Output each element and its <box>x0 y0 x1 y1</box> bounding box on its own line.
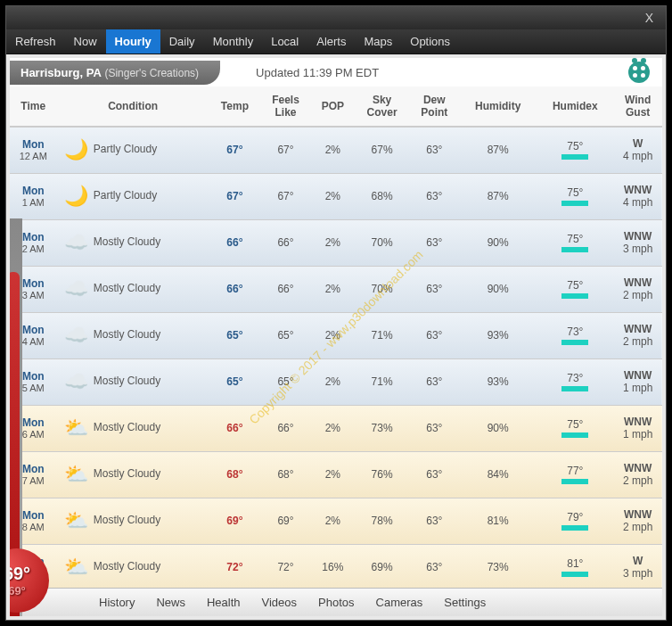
weather-icon: ☁️ <box>62 277 91 301</box>
forecast-row[interactable]: Mon1 AM🌙 Partly Cloudy67°67°2%68%63°87%7… <box>10 173 662 219</box>
col-time[interactable]: Time <box>10 86 57 127</box>
feels-cell: 66° <box>260 219 311 266</box>
ladybug-icon[interactable] <box>628 62 650 83</box>
condition-cell: 🌙 Partly Cloudy <box>57 127 209 173</box>
gust-cell: WNW3 mph <box>613 219 662 266</box>
close-button[interactable]: X <box>640 9 659 27</box>
col-dew-point[interactable]: DewPoint <box>409 86 459 127</box>
footer-videos[interactable]: Videos <box>262 596 298 609</box>
col-humidex[interactable]: Humidex <box>537 86 613 127</box>
weather-icon: ⛅ <box>62 556 91 579</box>
humidex-bar <box>561 154 588 160</box>
titlebar: X <box>6 6 666 29</box>
forecast-row[interactable]: Mon7 AM⛅ Mostly Cloudy68°68°2%76%63°84%7… <box>10 451 662 498</box>
condition-cell: ⛅ Mostly Cloudy <box>57 544 209 588</box>
weather-icon: 🌙 <box>62 185 91 208</box>
footer-cameras[interactable]: Cameras <box>376 596 423 609</box>
temp-cell: 66° <box>209 219 260 266</box>
feels-cell: 69° <box>260 498 311 544</box>
forecast-table: TimeConditionTempFeelsLikePOPSkyCoverDew… <box>10 86 662 588</box>
menu-daily[interactable]: Daily <box>160 29 204 54</box>
humidex-cell: 73° <box>537 358 613 405</box>
col-wind-gust[interactable]: WindGust <box>613 86 662 127</box>
pop-cell: 2% <box>311 173 355 219</box>
humidity-cell: 90% <box>459 219 537 266</box>
forecast-row[interactable]: Mon5 AM☁️ Mostly Cloudy65°65°2%71%63°93%… <box>10 358 662 405</box>
pop-cell: 16% <box>311 544 355 588</box>
weather-icon: ⛅ <box>62 416 91 440</box>
pop-cell: 2% <box>311 266 355 312</box>
footer-photos[interactable]: Photos <box>318 596 354 609</box>
forecast-row[interactable]: Mon3 AM☁️ Mostly Cloudy66°66°2%70%63°90%… <box>10 266 662 312</box>
humidex-bar <box>561 525 588 531</box>
humidex-cell: 75° <box>537 219 613 266</box>
sky-cell: 71% <box>355 312 410 358</box>
sky-cell: 73% <box>355 405 410 451</box>
humidex-bar <box>561 201 588 206</box>
content-area: Harrisburg, PA (Singer's Creations) Upda… <box>10 58 662 616</box>
header-row: Harrisburg, PA (Singer's Creations) Upda… <box>10 58 662 86</box>
pop-cell: 2% <box>311 451 355 498</box>
pop-cell: 2% <box>311 312 355 358</box>
weather-icon: ☁️ <box>62 370 91 393</box>
humidity-cell: 93% <box>459 312 537 358</box>
pop-cell: 2% <box>311 405 355 451</box>
footer-history[interactable]: History <box>99 596 135 609</box>
gust-cell: WNW4 mph <box>613 173 662 219</box>
col-temp[interactable]: Temp <box>209 86 260 127</box>
col-sky-cover[interactable]: SkyCover <box>355 86 410 127</box>
gust-cell: W3 mph <box>613 544 662 588</box>
thermo-sub-temp: 69° <box>10 584 26 597</box>
gust-cell: WNW1 mph <box>613 405 662 451</box>
temp-cell: 67° <box>209 127 260 173</box>
humidex-cell: 73° <box>537 312 613 358</box>
forecast-row[interactable]: Mon9 AM⛅ Mostly Cloudy72°72°16%69%63°73%… <box>10 544 662 588</box>
col-humidity[interactable]: Humidity <box>459 86 537 127</box>
humidex-bar <box>561 386 588 391</box>
menu-monthly[interactable]: Monthly <box>204 29 263 54</box>
location-tab[interactable]: Harrisburg, PA (Singer's Creations) <box>10 61 220 85</box>
forecast-row[interactable]: Mon6 AM⛅ Mostly Cloudy66°66°2%73%63°90%7… <box>10 405 662 451</box>
feels-cell: 72° <box>260 544 311 588</box>
condition-cell: ☁️ Mostly Cloudy <box>57 312 209 358</box>
dew-cell: 63° <box>409 498 459 544</box>
humidex-cell: 81° <box>537 544 613 588</box>
weather-icon: ☁️ <box>62 324 91 347</box>
sky-cell: 70% <box>355 266 410 312</box>
col-pop[interactable]: POP <box>311 86 355 127</box>
weather-icon: ☁️ <box>62 231 91 254</box>
forecast-row[interactable]: Mon8 AM⛅ Mostly Cloudy69°69°2%78%63°81%7… <box>10 498 662 544</box>
menu-options[interactable]: Options <box>401 29 459 54</box>
gust-cell: WNW2 mph <box>613 498 662 544</box>
menu-maps[interactable]: Maps <box>355 29 401 54</box>
menu-local[interactable]: Local <box>262 29 307 54</box>
menubar: RefreshNowHourlyDailyMonthlyLocalAlertsM… <box>6 29 666 54</box>
footer-news[interactable]: News <box>156 596 185 609</box>
temp-cell: 72° <box>209 544 260 588</box>
humidity-cell: 87% <box>459 173 537 219</box>
forecast-row[interactable]: Mon4 AM☁️ Mostly Cloudy65°65°2%71%63°93%… <box>10 312 662 358</box>
location-city: Harrisburg, PA <box>20 66 102 79</box>
weather-icon: ⛅ <box>62 463 91 486</box>
col-condition[interactable]: Condition <box>57 86 209 127</box>
condition-cell: ☁️ Mostly Cloudy <box>57 266 209 312</box>
menu-now[interactable]: Now <box>65 29 106 54</box>
dew-cell: 63° <box>409 451 459 498</box>
footer-settings[interactable]: Settings <box>444 596 486 609</box>
feels-cell: 67° <box>260 127 311 173</box>
humidity-cell: 93% <box>459 358 537 405</box>
dew-cell: 63° <box>409 127 459 173</box>
footer-health[interactable]: Health <box>207 596 241 609</box>
humidex-bar <box>561 479 588 484</box>
time-cell: Mon12 AM <box>10 127 57 173</box>
menu-alerts[interactable]: Alerts <box>307 29 355 54</box>
forecast-row[interactable]: Mon2 AM☁️ Mostly Cloudy66°66°2%70%63°90%… <box>10 219 662 266</box>
menu-hourly[interactable]: Hourly <box>106 29 160 54</box>
forecast-row[interactable]: Mon12 AM🌙 Partly Cloudy67°67°2%67%63°87%… <box>10 127 662 173</box>
menu-refresh[interactable]: Refresh <box>6 29 65 54</box>
col-feels-like[interactable]: FeelsLike <box>260 86 311 127</box>
temp-cell: 65° <box>209 358 260 405</box>
pop-cell: 2% <box>311 498 355 544</box>
weather-icon: 🌙 <box>62 138 91 161</box>
humidex-bar <box>561 432 588 438</box>
